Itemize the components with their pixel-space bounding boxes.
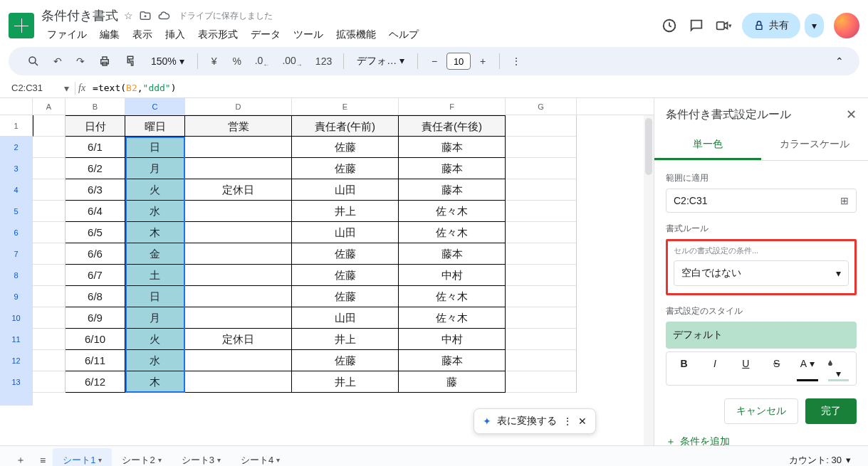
- menu-extensions[interactable]: 拡張機能: [330, 26, 382, 44]
- vertical-scrollbar[interactable]: [644, 115, 654, 445]
- sheet-tab-2[interactable]: シート2▾: [112, 448, 171, 467]
- cell[interactable]: 火: [125, 179, 185, 201]
- cell[interactable]: 日: [125, 137, 185, 158]
- cell[interactable]: 月: [125, 307, 185, 329]
- menu-edit[interactable]: 編集: [94, 26, 125, 44]
- cell[interactable]: [185, 243, 292, 265]
- cell[interactable]: [33, 115, 66, 137]
- col-header-G[interactable]: G: [506, 98, 577, 115]
- cell[interactable]: 土: [125, 265, 185, 286]
- text-color-button[interactable]: A ▾: [793, 355, 822, 382]
- row-header[interactable]: 1: [0, 115, 33, 137]
- currency-button[interactable]: ¥: [205, 53, 224, 70]
- cell[interactable]: 佐藤: [292, 137, 399, 158]
- done-button[interactable]: 完了: [805, 398, 857, 424]
- cell[interactable]: [185, 222, 292, 243]
- cell[interactable]: 山田: [292, 179, 399, 201]
- underline-button[interactable]: U: [731, 355, 760, 382]
- increase-decimal-button[interactable]: .00→: [278, 52, 306, 71]
- cell[interactable]: [185, 286, 292, 307]
- row-header[interactable]: 10: [0, 307, 33, 329]
- cell[interactable]: [33, 179, 66, 201]
- select-range-icon[interactable]: ⊞: [840, 195, 849, 206]
- style-preview[interactable]: デフォルト: [666, 322, 857, 349]
- range-input[interactable]: C2:C31 ⊞: [666, 189, 857, 213]
- cell[interactable]: [33, 371, 66, 393]
- strike-button[interactable]: S: [762, 355, 791, 382]
- cell[interactable]: 佐藤: [292, 158, 399, 179]
- share-button[interactable]: 共有: [742, 13, 800, 38]
- star-icon[interactable]: ☆: [124, 10, 133, 21]
- select-all-corner[interactable]: [0, 98, 33, 115]
- cell[interactable]: 日付: [66, 115, 125, 137]
- cell[interactable]: 6/1: [66, 137, 125, 158]
- cell[interactable]: [33, 265, 66, 286]
- cell[interactable]: 責任者(午前): [292, 115, 399, 137]
- cell[interactable]: 6/5: [66, 222, 125, 243]
- menu-view[interactable]: 表示: [127, 26, 158, 44]
- cancel-button[interactable]: キャンセル: [724, 398, 798, 424]
- cell[interactable]: 佐藤: [292, 265, 399, 286]
- history-icon[interactable]: [661, 17, 678, 34]
- col-header-A[interactable]: A: [33, 98, 66, 115]
- row-header[interactable]: 8: [0, 265, 33, 286]
- font-size-increase[interactable]: +: [474, 53, 492, 70]
- cell[interactable]: [506, 243, 577, 265]
- cell[interactable]: [506, 350, 577, 371]
- cell[interactable]: 水: [125, 350, 185, 371]
- grid-area[interactable]: A B C D E F G 1 2 3 4 5 6 7 8 9 10 11 12…: [0, 98, 654, 445]
- cell[interactable]: 6/10: [66, 329, 125, 350]
- add-sheet-button[interactable]: ＋: [9, 450, 33, 467]
- cell[interactable]: [185, 307, 292, 329]
- cell[interactable]: [33, 329, 66, 350]
- row-header[interactable]: 13: [0, 371, 33, 393]
- cell[interactable]: 藤本: [399, 137, 506, 158]
- sheet-tab-3[interactable]: シート3▾: [172, 448, 231, 467]
- cell[interactable]: 佐々木: [399, 201, 506, 222]
- cell[interactable]: 6/7: [66, 265, 125, 286]
- cell[interactable]: [506, 371, 577, 393]
- row-header[interactable]: 5: [0, 201, 33, 222]
- tab-color-scale[interactable]: カラースケール: [761, 131, 868, 160]
- cell[interactable]: 藤本: [399, 179, 506, 201]
- row-header[interactable]: 7: [0, 243, 33, 265]
- cell[interactable]: [185, 371, 292, 393]
- cell[interactable]: 中村: [399, 329, 506, 350]
- cell[interactable]: 佐藤: [292, 286, 399, 307]
- row-header[interactable]: [0, 393, 33, 406]
- font-size-input[interactable]: [446, 53, 471, 70]
- number-format-button[interactable]: 123: [311, 53, 336, 70]
- cell[interactable]: [506, 179, 577, 201]
- cell[interactable]: [33, 307, 66, 329]
- avatar[interactable]: [834, 13, 859, 38]
- collapse-toolbar-icon[interactable]: ⌃: [828, 53, 851, 70]
- cell[interactable]: 6/12: [66, 371, 125, 393]
- cell[interactable]: 火: [125, 329, 185, 350]
- cell[interactable]: 6/11: [66, 350, 125, 371]
- cell[interactable]: 佐々木: [399, 307, 506, 329]
- sheet-tab-1[interactable]: シート1▾: [53, 448, 112, 467]
- cell[interactable]: 6/4: [66, 201, 125, 222]
- cell[interactable]: 井上: [292, 371, 399, 393]
- cell[interactable]: [185, 158, 292, 179]
- close-icon[interactable]: ✕: [578, 415, 587, 427]
- move-folder-icon[interactable]: [139, 9, 152, 22]
- cell[interactable]: 佐藤: [292, 243, 399, 265]
- redo-icon[interactable]: ↷: [71, 53, 90, 70]
- row-header[interactable]: 9: [0, 286, 33, 307]
- meet-icon[interactable]: ▾: [715, 17, 732, 34]
- row-header[interactable]: 6: [0, 222, 33, 243]
- cell[interactable]: 6/6: [66, 243, 125, 265]
- cell[interactable]: 佐々木: [399, 222, 506, 243]
- all-sheets-button[interactable]: ≡: [33, 450, 53, 467]
- cell[interactable]: 井上: [292, 201, 399, 222]
- cell[interactable]: [33, 137, 66, 158]
- cell[interactable]: 6/2: [66, 158, 125, 179]
- menu-file[interactable]: ファイル: [41, 26, 93, 44]
- cell[interactable]: 月: [125, 158, 185, 179]
- font-size-decrease[interactable]: −: [425, 53, 444, 70]
- cell[interactable]: 6/8: [66, 286, 125, 307]
- row-header[interactable]: 11: [0, 329, 33, 350]
- menu-insert[interactable]: 挿入: [160, 26, 191, 44]
- comment-icon[interactable]: [688, 17, 705, 34]
